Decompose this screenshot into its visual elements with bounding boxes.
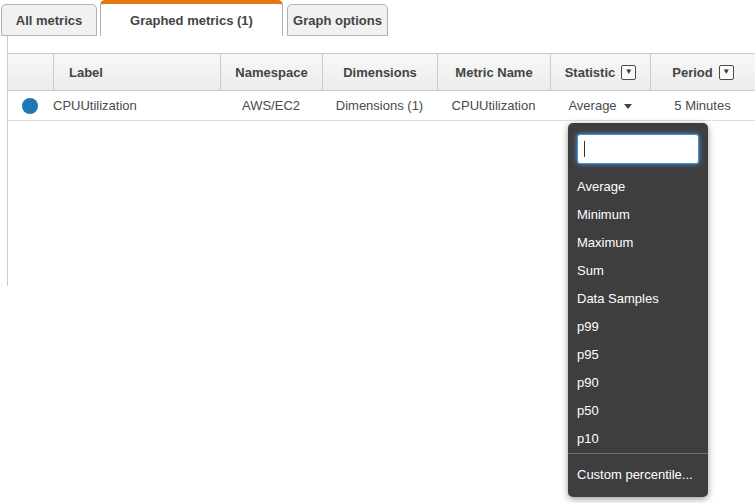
header-cell-dimensions: Dimensions <box>322 54 437 90</box>
statistic-option-custom-percentile[interactable]: Custom percentile... <box>568 454 708 495</box>
statistic-dropdown-menu: Average Minimum Maximum Sum Data Samples… <box>568 123 708 497</box>
statistic-option-data-samples[interactable]: Data Samples <box>577 284 699 312</box>
header-cell-statistic: Statistic ▼ <box>550 54 650 90</box>
row-cell-statistic: Average <box>550 91 650 120</box>
statistic-dropdown-trigger[interactable]: Average <box>568 98 631 113</box>
statistic-option-sum[interactable]: Sum <box>577 256 699 284</box>
header-cell-metric-name: Metric Name <box>437 54 550 90</box>
statistic-option-p10[interactable]: p10 <box>577 424 699 452</box>
row-cell-period[interactable]: 5 Minutes <box>650 91 755 120</box>
tab-graph-options[interactable]: Graph options <box>287 4 388 36</box>
header-cell-label: Label <box>53 54 220 90</box>
row-cell-dimensions[interactable]: Dimensions (1) <box>322 91 437 120</box>
text-cursor <box>584 141 585 157</box>
statistic-option-p90[interactable]: p90 <box>577 368 699 396</box>
header-cell-period: Period ▼ <box>650 54 755 90</box>
header-cell-namespace: Namespace <box>220 54 322 90</box>
statistic-column-menu-icon[interactable]: ▼ <box>621 65 636 80</box>
row-cell-namespace: AWS/EC2 <box>220 91 322 120</box>
cloudwatch-metrics-panel: All metrics Graphed metrics (1) Graph op… <box>0 0 755 503</box>
statistic-option-p95[interactable]: p95 <box>577 340 699 368</box>
header-statistic-label: Statistic <box>565 65 616 80</box>
row-cell-label: CPUUtilization <box>53 91 220 120</box>
statistic-option-list: Average Minimum Maximum Sum Data Samples… <box>577 172 699 452</box>
caret-down-icon <box>624 104 632 109</box>
statistic-option-p50[interactable]: p50 <box>577 396 699 424</box>
statistic-option-minimum[interactable]: Minimum <box>577 200 699 228</box>
header-period-label: Period <box>672 65 712 80</box>
table-header: Label Namespace Dimensions Metric Name S… <box>8 53 755 91</box>
statistic-option-p99[interactable]: p99 <box>577 312 699 340</box>
statistic-value: Average <box>568 98 616 113</box>
header-cell-select <box>8 54 53 90</box>
tab-all-metrics[interactable]: All metrics <box>1 4 97 36</box>
statistic-filter-wrap <box>577 134 699 164</box>
statistic-option-maximum[interactable]: Maximum <box>577 228 699 256</box>
metric-color-swatch <box>22 98 38 114</box>
statistic-filter-input[interactable] <box>577 134 699 164</box>
tab-graphed-metrics[interactable]: Graphed metrics (1) <box>100 0 283 36</box>
row-cell-metric-name: CPUUtilization <box>437 91 550 120</box>
row-cell-swatch <box>8 91 53 120</box>
period-column-menu-icon[interactable]: ▼ <box>719 65 734 80</box>
table-row: CPUUtilization AWS/EC2 Dimensions (1) CP… <box>8 91 755 121</box>
statistic-option-average[interactable]: Average <box>577 172 699 200</box>
